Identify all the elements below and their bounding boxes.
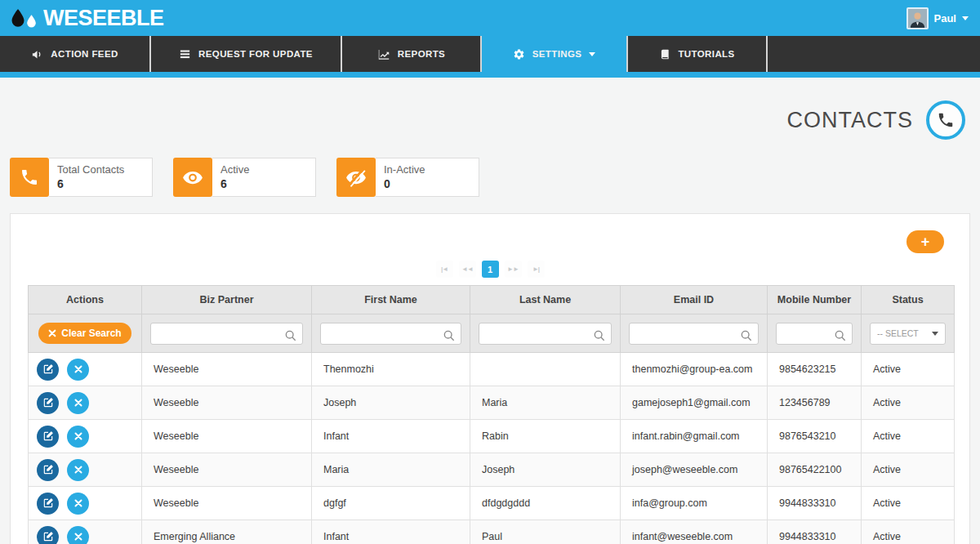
cell-mobile: 9944833310: [768, 487, 862, 520]
user-avatar: [906, 7, 929, 29]
nav-tab-tutorials[interactable]: TUTORIALS: [628, 36, 768, 72]
close-icon: [74, 398, 83, 408]
close-icon: [74, 364, 83, 374]
line-chart-icon: [377, 48, 390, 60]
book-icon: [659, 48, 670, 60]
user-menu[interactable]: Paul: [906, 7, 969, 29]
edit-icon: [42, 464, 54, 475]
cell-mobile: 9944833310: [768, 520, 862, 544]
edit-icon: [42, 531, 54, 542]
edit-contact-button[interactable]: [37, 392, 59, 414]
edit-icon: [42, 363, 54, 375]
cell-last-name: Paul: [470, 520, 621, 544]
cell-status: Active: [862, 420, 955, 453]
cell-email: infant@weseeble.com: [621, 520, 768, 544]
deactivate-contact-button[interactable]: [67, 459, 89, 481]
close-icon: [74, 431, 83, 441]
brand-logo: WESEEBLE: [8, 6, 164, 31]
phone-icon: [937, 111, 955, 129]
first-name-search-input[interactable]: [320, 323, 461, 345]
cell-email: infa@group.com: [621, 487, 768, 520]
cell-biz-partner: Weseeble: [142, 487, 312, 520]
stats-row: Total Contacts 6 Active 6 In-Active 0: [0, 140, 980, 197]
edit-contact-button[interactable]: [37, 493, 59, 515]
search-icon: [593, 329, 606, 346]
cell-biz-partner: Weseeble: [142, 453, 312, 487]
last-page-button[interactable]: ►|: [528, 261, 545, 278]
cell-mobile: 98765422100: [768, 453, 862, 487]
edit-contact-button[interactable]: [37, 459, 59, 481]
edit-contact-button[interactable]: [37, 359, 59, 381]
cell-biz-partner: Weseeble: [142, 353, 312, 386]
megaphone-icon: [31, 48, 43, 60]
nav-filler: [768, 36, 980, 72]
cell-biz-partner: Weseeble: [142, 386, 312, 420]
column-header-email: Email ID: [621, 286, 768, 314]
status-select[interactable]: -- SELECT: [870, 323, 946, 345]
edit-icon: [42, 430, 54, 442]
chevron-down-icon: [962, 16, 969, 20]
eye-icon: [173, 158, 212, 197]
cell-status: Active: [862, 520, 955, 544]
nav-tab-reports[interactable]: REPORTS: [342, 36, 482, 72]
cell-email: infant.rabin@gmail.com: [621, 420, 768, 453]
next-page-button[interactable]: ►►: [505, 261, 522, 278]
prev-page-button[interactable]: ◄◄: [459, 261, 476, 278]
nav-tab-action-feed[interactable]: ACTION FEED: [0, 36, 151, 72]
deactivate-contact-button[interactable]: [67, 426, 89, 448]
cell-first-name: Maria: [312, 453, 470, 487]
cell-last-name: dfdgdgddd: [470, 487, 621, 520]
contacts-table: Actions Biz Partner First Name Last Name…: [28, 285, 955, 544]
search-icon: [740, 329, 753, 346]
clear-search-button[interactable]: Clear Search: [38, 323, 131, 344]
edit-contact-button[interactable]: [37, 526, 59, 544]
first-page-button[interactable]: |◄: [436, 261, 453, 278]
current-page-button[interactable]: 1: [482, 261, 499, 278]
page-title-row: CONTACTS: [0, 78, 980, 140]
last-name-search-input[interactable]: [479, 323, 612, 345]
phone-icon: [10, 158, 49, 197]
nav-tab-request-for-update[interactable]: REQUEST FOR UPDATE: [151, 36, 342, 72]
table-row: Weseeble Maria Joseph joseph@weseeble.co…: [29, 453, 955, 487]
close-icon: [74, 465, 83, 475]
cell-first-name: Infant: [312, 420, 470, 453]
nav-tab-settings[interactable]: SETTINGS: [482, 36, 628, 72]
cell-status: Active: [862, 453, 955, 487]
cell-first-name: Thenmozhi: [312, 353, 470, 386]
table-row: Weseeble Joseph Maria gamejoseph1@gmail.…: [29, 386, 955, 420]
deactivate-contact-button[interactable]: [67, 526, 89, 544]
close-icon: [74, 532, 83, 542]
contacts-phone-badge: [926, 100, 965, 140]
column-header-status: Status: [862, 286, 955, 314]
gear-icon: [513, 48, 525, 60]
cell-mobile: 9876543210: [768, 420, 862, 453]
cell-biz-partner: Emerging Alliance: [142, 520, 312, 544]
biz-partner-search-input[interactable]: [150, 323, 303, 345]
nav-tab-label: SETTINGS: [532, 49, 582, 59]
edit-contact-button[interactable]: [37, 426, 59, 448]
column-header-first-name: First Name: [312, 286, 470, 314]
column-header-biz-partner: Biz Partner: [142, 286, 312, 314]
stat-value: 6: [57, 177, 152, 190]
cell-first-name: dgfgf: [312, 487, 470, 520]
cell-email: gamejoseph1@gmail.com: [621, 386, 768, 420]
close-icon: [74, 498, 83, 508]
contacts-table-body: Weseeble Thenmozhi thenmozhi@group-ea.co…: [29, 353, 955, 544]
page-title: CONTACTS: [787, 108, 914, 133]
table-row: Emerging Alliance Infant Paul infant@wes…: [29, 520, 955, 544]
cell-first-name: Joseph: [312, 386, 470, 420]
add-contact-button[interactable]: +: [906, 230, 944, 253]
stat-label: Active: [220, 163, 315, 176]
chevron-down-icon: [589, 52, 595, 56]
cell-email: joseph@weseeble.com: [621, 453, 768, 487]
stat-label: Total Contacts: [57, 163, 152, 176]
stat-value: 6: [220, 177, 315, 190]
cell-first-name: Infant: [312, 520, 470, 544]
deactivate-contact-button[interactable]: [67, 493, 89, 515]
deactivate-contact-button[interactable]: [67, 392, 89, 414]
column-header-last-name: Last Name: [470, 286, 621, 314]
deactivate-contact-button[interactable]: [67, 359, 89, 381]
table-row: Weseeble dgfgf dfdgdgddd infa@group.com …: [29, 487, 955, 520]
cell-last-name: Maria: [470, 386, 621, 420]
cell-email: thenmozhi@group-ea.com: [621, 353, 768, 386]
